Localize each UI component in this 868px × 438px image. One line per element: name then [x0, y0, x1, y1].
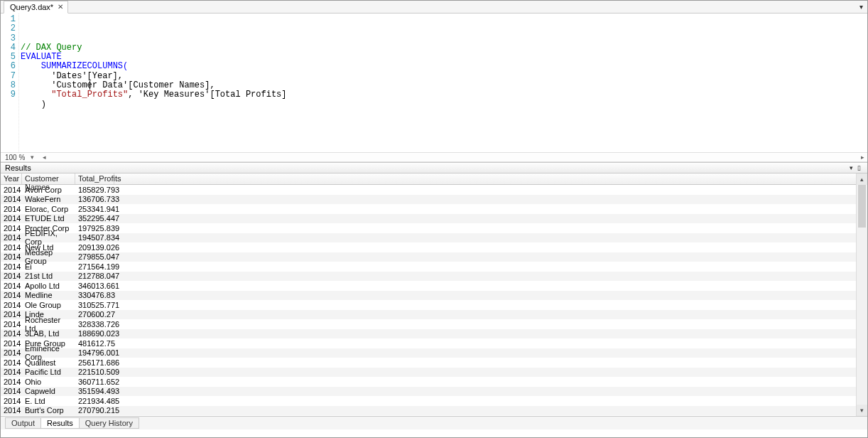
table-row[interactable]: 2014Apollo Ltd346013.661	[1, 281, 856, 291]
cell-year: 2014	[1, 262, 22, 271]
cell-total-profits: 188690.023	[75, 329, 114, 338]
tab-history[interactable]: Query History	[79, 417, 139, 429]
cell-total-profits: 185829.793	[75, 186, 114, 194]
results-panel-title: Results	[5, 164, 847, 172]
table-row[interactable]: 2014Capweld351594.493	[1, 387, 856, 397]
table-row[interactable]: 2014Avon Corp185829.793	[1, 185, 856, 195]
cell-total-profits: 270600.27	[75, 310, 114, 319]
table-row[interactable]: 2014Linde270600.27	[1, 310, 856, 320]
cell-year: 2014	[1, 282, 22, 290]
cell-customer-name: Ohio	[22, 378, 75, 386]
zoom-level[interactable]: 100 %	[5, 154, 25, 161]
cell-year: 2014	[1, 397, 22, 405]
code-line[interactable]: 'Customer Data'[Customer Names],	[21, 81, 867, 90]
cell-customer-name: WakeFern	[22, 195, 75, 203]
table-row[interactable]: 2014Burt's Corp270790.215	[1, 406, 856, 416]
table-row[interactable]: 201421st Ltd212788.047	[1, 272, 856, 282]
table-row[interactable]: 20143LAB, Ltd188690.023	[1, 329, 856, 339]
hscroll-left-icon[interactable]: ◂	[40, 154, 49, 161]
table-row[interactable]: 2014PEDIFIX, Corp194507.834	[1, 233, 856, 243]
scroll-thumb[interactable]	[858, 185, 866, 228]
close-icon[interactable]: ✕	[58, 4, 63, 11]
col-header-custname[interactable]: Customer Names	[22, 173, 75, 184]
scroll-track[interactable]	[857, 185, 867, 405]
zoom-dropdown-icon[interactable]: ▾	[28, 154, 37, 161]
cell-customer-name: Pacific Ltd	[22, 368, 75, 376]
table-row[interactable]: 2014Ei271564.199	[1, 262, 856, 272]
cell-total-profits: 221934.485	[75, 397, 114, 405]
code-line[interactable]: EVALUATE	[21, 53, 867, 62]
cell-year: 2014	[1, 205, 22, 213]
table-row[interactable]: 2014ETUDE Ltd352295.447	[1, 214, 856, 224]
code-line[interactable]: SUMMARIZECOLUMNS(	[21, 62, 867, 71]
bottom-tabstrip: Output Results Query History	[1, 417, 867, 429]
line-number: 5	[1, 53, 16, 62]
table-row[interactable]: 2014Eminence Corp194796.001	[1, 348, 856, 358]
scroll-down-icon[interactable]: ▾	[857, 405, 867, 416]
cell-customer-name: 3LAB, Ltd	[22, 329, 75, 338]
cell-total-profits: 351594.493	[75, 387, 114, 395]
cell-customer-name: E. Ltd	[22, 397, 75, 405]
code-area[interactable]: // DAX QueryEVALUATE SUMMARIZECOLUMNS( '…	[19, 14, 867, 152]
tab-results[interactable]: Results	[40, 417, 80, 429]
cell-customer-name: ETUDE Ltd	[22, 214, 75, 223]
code-editor[interactable]: 123456789 // DAX QueryEVALUATE SUMMARIZE…	[1, 14, 867, 152]
cell-total-profits: 481612.75	[75, 339, 114, 348]
table-row[interactable]: 2014Pure Group481612.75	[1, 338, 856, 348]
table-row[interactable]: 2014Pacific Ltd221510.509	[1, 368, 856, 378]
cell-total-profits: 360711.652	[75, 378, 114, 386]
panel-pin-icon[interactable]: ▯	[855, 164, 863, 171]
table-row[interactable]: 2014New Ltd209139.026	[1, 242, 856, 252]
cell-year: 2014	[1, 186, 22, 194]
cell-year: 2014	[1, 291, 22, 299]
text-cursor	[89, 81, 90, 90]
table-row[interactable]: 2014Elorac, Corp253341.941	[1, 204, 856, 214]
table-row[interactable]: 2014Medsep Group279855.047	[1, 252, 856, 262]
cell-year: 2014	[1, 252, 22, 261]
table-row[interactable]: 2014Rochester Ltd328338.726	[1, 319, 856, 329]
cell-year: 2014	[1, 339, 22, 348]
table-row[interactable]: 2014Medline330476.83	[1, 291, 856, 301]
line-number: 1	[1, 15, 16, 24]
table-row[interactable]: 2014Procter Corp197925.839	[1, 223, 856, 233]
hscroll-right-icon[interactable]: ▸	[858, 154, 867, 161]
window-options-icon[interactable]: ▾	[859, 3, 863, 11]
cell-total-profits: 256171.686	[75, 358, 114, 367]
cell-customer-name: Medline	[22, 291, 75, 299]
file-tab[interactable]: Query3.dax* ✕	[4, 1, 68, 14]
cell-customer-name: Avon Corp	[22, 186, 75, 194]
cell-year: 2014	[1, 329, 22, 338]
cell-year: 2014	[1, 243, 22, 252]
scroll-up-icon[interactable]: ▴	[857, 173, 867, 185]
cell-total-profits: 328338.726	[75, 320, 114, 328]
panel-dropdown-icon[interactable]: ▾	[847, 164, 855, 171]
line-number: 9	[1, 90, 16, 100]
cell-total-profits: 330476.83	[75, 291, 114, 299]
table-row[interactable]: 2014Ole Group310525.771	[1, 300, 856, 310]
cell-year: 2014	[1, 378, 22, 386]
code-line[interactable]	[21, 110, 867, 119]
table-row[interactable]: 2014Qualitest256171.686	[1, 358, 856, 368]
results-panel-header: Results ▾ ▯	[1, 162, 867, 173]
results-grid[interactable]: Year Customer Names Total_Profits 2014Av…	[1, 173, 856, 416]
table-row[interactable]: 2014Ohio360711.652	[1, 377, 856, 387]
table-row[interactable]: 2014E. Ltd221934.485	[1, 396, 856, 406]
code-line[interactable]: 'Dates'[Year],	[21, 72, 867, 81]
cell-year: 2014	[1, 358, 22, 367]
cell-customer-name: Apollo Ltd	[22, 282, 75, 290]
cell-customer-name: Burt's Corp	[22, 406, 75, 415]
code-line[interactable]	[21, 119, 867, 128]
code-line[interactable]: "Total_Profits", 'Key Measures'[Total Pr…	[21, 90, 867, 100]
tab-output[interactable]: Output	[5, 417, 41, 429]
table-row[interactable]: 2014WakeFern136706.733	[1, 195, 856, 205]
col-header-profits[interactable]: Total_Profits	[75, 173, 114, 184]
code-line[interactable]: )	[21, 100, 867, 110]
cell-total-profits: 194796.001	[75, 348, 114, 357]
col-header-year[interactable]: Year	[1, 173, 22, 184]
cell-total-profits: 212788.047	[75, 272, 114, 280]
code-line[interactable]: // DAX Query	[21, 43, 867, 53]
cell-total-profits: 352295.447	[75, 214, 114, 223]
vertical-scrollbar[interactable]: ▴ ▾	[856, 173, 867, 416]
cell-total-profits: 279855.047	[75, 252, 114, 261]
cell-year: 2014	[1, 320, 22, 328]
